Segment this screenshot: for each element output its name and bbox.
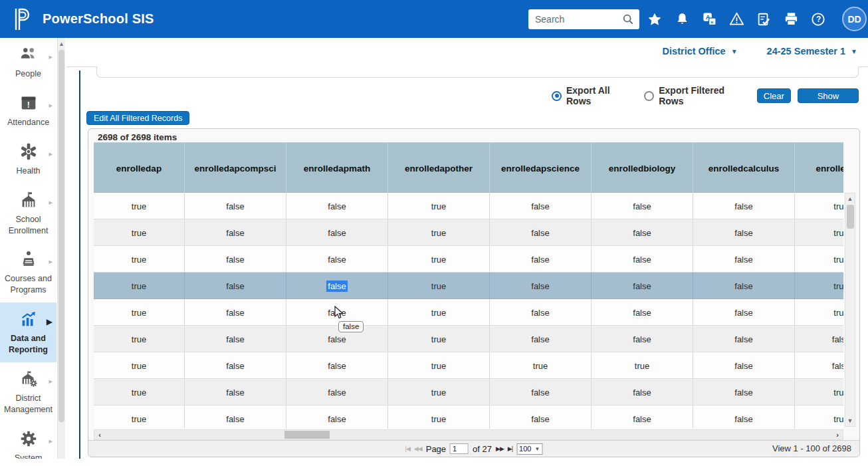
table-cell[interactable]: false bbox=[490, 193, 592, 219]
table-cell[interactable]: false bbox=[185, 193, 286, 219]
table-cell[interactable]: true bbox=[795, 273, 843, 299]
table-cell[interactable]: false bbox=[185, 326, 286, 352]
show-records-button[interactable]: Show Records bbox=[798, 88, 859, 103]
table-cell[interactable]: false bbox=[286, 246, 388, 273]
alerts-warning-icon[interactable] bbox=[728, 11, 745, 28]
table-cell[interactable]: false bbox=[286, 219, 388, 246]
table-cell[interactable]: true bbox=[388, 193, 490, 219]
table-cell[interactable]: false bbox=[286, 406, 388, 429]
table-cell[interactable]: true bbox=[94, 326, 185, 352]
table-row[interactable]: truefalsefalsetruefalsefalsefalsetrue bbox=[94, 193, 843, 219]
scroll-left-arrow-icon[interactable]: ‹ bbox=[94, 431, 105, 439]
table-cell[interactable]: false bbox=[693, 273, 795, 299]
table-cell[interactable]: true bbox=[388, 326, 490, 352]
table-cell[interactable]: false bbox=[592, 246, 693, 273]
table-cell[interactable]: true bbox=[94, 299, 185, 326]
sidebar-item-school-enrollment[interactable]: School Enrollment ▸ bbox=[0, 183, 56, 243]
scroll-right-arrow-icon[interactable]: › bbox=[832, 431, 843, 439]
table-cell[interactable]: false bbox=[185, 379, 286, 406]
sidebar-scroll-thumb[interactable] bbox=[58, 50, 64, 422]
table-vertical-scrollbar[interactable]: ▲ ▼ bbox=[845, 193, 855, 427]
table-row[interactable]: truefalsefalsetruefalsefalsefalsetrue bbox=[94, 246, 843, 273]
export-filtered-rows-radio[interactable] bbox=[644, 91, 654, 101]
table-cell[interactable]: false bbox=[693, 246, 795, 273]
table-cell[interactable]: false bbox=[490, 246, 592, 273]
help-icon[interactable]: ? bbox=[810, 11, 827, 28]
table-cell[interactable]: false bbox=[795, 326, 843, 352]
school-selector[interactable]: District Office ▼ bbox=[663, 46, 738, 57]
table-cell[interactable]: true bbox=[94, 352, 185, 379]
table-cell[interactable]: false bbox=[592, 219, 693, 246]
column-header[interactable]: enrolledapscience bbox=[490, 143, 592, 193]
first-page-button[interactable]: |◀ bbox=[405, 445, 410, 452]
table-cell[interactable]: true bbox=[94, 406, 185, 429]
sidebar-scrollbar[interactable]: ▲ bbox=[57, 38, 65, 466]
table-cell[interactable]: false bbox=[490, 219, 592, 246]
search-icon[interactable] bbox=[622, 13, 634, 25]
table-cell[interactable]: false bbox=[693, 219, 795, 246]
table-cell[interactable]: true bbox=[388, 246, 490, 273]
scroll-down-arrow-icon[interactable]: ▼ bbox=[845, 416, 855, 425]
sidebar-item-courses-and-programs[interactable]: Courses and Programs ▸ bbox=[0, 243, 56, 302]
table-cell[interactable]: false bbox=[490, 379, 592, 406]
table-cell[interactable]: false bbox=[185, 219, 286, 246]
favorites-star-icon[interactable] bbox=[646, 11, 663, 28]
search-input[interactable] bbox=[535, 14, 622, 25]
table-cell[interactable]: true bbox=[795, 299, 843, 326]
global-search[interactable] bbox=[528, 9, 639, 29]
table-cell[interactable]: true bbox=[795, 246, 843, 273]
term-selector[interactable]: 24-25 Semester 1 ▼ bbox=[767, 46, 857, 57]
table-cell[interactable]: true bbox=[94, 379, 185, 406]
table-row[interactable]: truefalsefalsetruefalsefalsefalsetrue bbox=[94, 406, 843, 429]
table-cell[interactable]: false bbox=[490, 406, 592, 429]
sidebar-item-health[interactable]: Health ▸ bbox=[0, 135, 56, 183]
table-cell[interactable]: false bbox=[185, 246, 286, 273]
table-row[interactable]: truefalsefalsetruefalsefalsefalsetrue bbox=[94, 273, 843, 299]
table-cell[interactable]: false bbox=[693, 406, 795, 429]
horizontal-scroll-track[interactable] bbox=[105, 430, 832, 439]
table-cell[interactable]: false bbox=[592, 193, 693, 219]
sidebar-item-data-and-reporting[interactable]: Data and Reporting ▶ bbox=[0, 302, 56, 362]
user-avatar[interactable]: DD bbox=[842, 7, 867, 31]
page-number-input[interactable] bbox=[450, 443, 469, 454]
table-cell[interactable]: true bbox=[388, 379, 490, 406]
app-logo[interactable]: PowerSchool SIS bbox=[0, 7, 154, 32]
selected-cell-text[interactable]: false bbox=[326, 281, 347, 292]
report-check-icon[interactable] bbox=[755, 11, 772, 28]
column-header[interactable]: enrolledcalculus bbox=[693, 143, 795, 193]
table-cell[interactable]: true bbox=[795, 406, 843, 429]
scroll-up-arrow-icon[interactable]: ▲ bbox=[845, 194, 855, 203]
column-header[interactable]: enrolledbiology bbox=[592, 143, 693, 193]
table-cell[interactable]: true bbox=[388, 406, 490, 429]
table-cell[interactable]: false bbox=[286, 326, 388, 352]
table-cell[interactable]: false bbox=[185, 273, 286, 299]
column-header[interactable]: enrolledche bbox=[795, 143, 843, 193]
table-cell[interactable]: false bbox=[693, 193, 795, 219]
page-size-select[interactable]: 100 ▼ bbox=[516, 443, 542, 455]
export-all-rows-radio[interactable] bbox=[552, 91, 562, 101]
column-header[interactable]: enrolledap bbox=[94, 143, 185, 193]
table-cell[interactable]: true bbox=[795, 219, 843, 246]
table-cell[interactable]: false bbox=[286, 273, 388, 299]
table-cell[interactable]: false bbox=[592, 299, 693, 326]
table-cell[interactable]: false bbox=[592, 326, 693, 352]
table-cell[interactable]: true bbox=[94, 246, 185, 273]
clear-button[interactable]: Clear bbox=[757, 88, 791, 103]
table-cell[interactable]: false bbox=[286, 193, 388, 219]
edit-all-filtered-records-button[interactable]: Edit All Filtered Records bbox=[86, 111, 189, 125]
table-cell[interactable]: true bbox=[388, 299, 490, 326]
table-cell[interactable]: false bbox=[592, 379, 693, 406]
prev-page-button[interactable]: ◀◀ bbox=[414, 445, 422, 452]
table-cell[interactable]: false bbox=[693, 326, 795, 352]
table-cell[interactable]: true bbox=[490, 352, 592, 379]
vertical-scroll-thumb[interactable] bbox=[847, 205, 854, 229]
table-cell[interactable]: true bbox=[94, 193, 185, 219]
notifications-bell-icon[interactable] bbox=[673, 11, 691, 28]
last-page-button[interactable]: ▶| bbox=[508, 445, 512, 452]
table-row[interactable]: truefalsefalsetruefalsefalsefalsetrue bbox=[94, 379, 843, 406]
table-cell[interactable]: false bbox=[795, 352, 843, 379]
column-header[interactable]: enrolledapother bbox=[388, 143, 490, 193]
table-cell[interactable]: false bbox=[490, 273, 592, 299]
table-cell[interactable]: true bbox=[795, 193, 843, 219]
table-cell[interactable]: false bbox=[693, 299, 795, 326]
